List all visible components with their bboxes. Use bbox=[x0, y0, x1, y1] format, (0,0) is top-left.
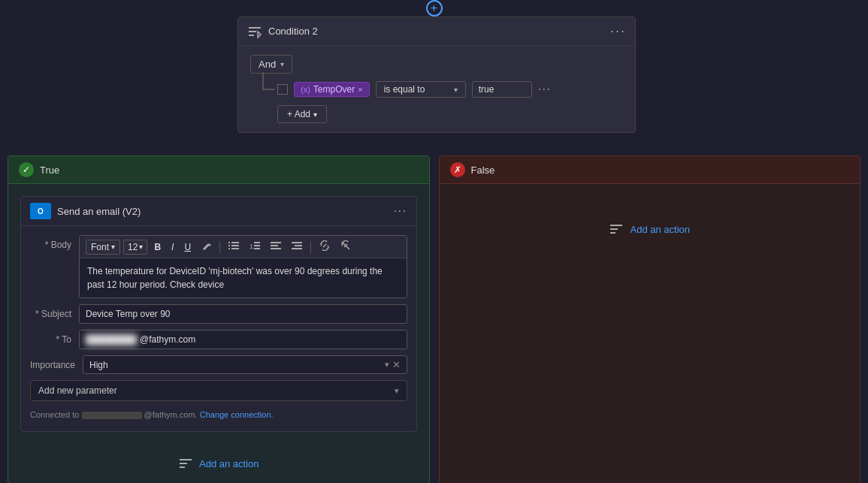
true-badge: ✓ bbox=[19, 162, 34, 177]
false-add-action-icon bbox=[609, 222, 624, 237]
paint-button[interactable] bbox=[198, 240, 215, 255]
svg-rect-14 bbox=[254, 248, 260, 249]
and-dropdown[interactable]: And ▾ bbox=[250, 55, 292, 74]
ordered-list-button[interactable]: 1. bbox=[246, 240, 264, 254]
svg-rect-0 bbox=[249, 27, 261, 29]
condition-icon bbox=[247, 24, 262, 39]
false-add-action-button[interactable]: Add an action bbox=[609, 222, 690, 237]
and-chevron-icon: ▾ bbox=[280, 60, 284, 68]
to-blurred: ████████ bbox=[86, 334, 137, 345]
condition-operator-dropdown[interactable]: is equal to ▾ bbox=[376, 81, 466, 98]
email-card-body: * Body Font ▾ 12 ▾ B I bbox=[21, 226, 416, 431]
false-branch: ✗ False Add an action bbox=[439, 155, 861, 483]
email-more-button[interactable]: ··· bbox=[394, 204, 407, 218]
bold-button[interactable]: B bbox=[150, 240, 165, 254]
condition-row-more-button[interactable]: ··· bbox=[538, 83, 552, 96]
svg-rect-6 bbox=[231, 242, 239, 243]
svg-rect-9 bbox=[228, 248, 230, 249]
svg-marker-3 bbox=[258, 32, 261, 38]
body-content[interactable]: The temperature for DeviceID 'mj-biotech… bbox=[80, 258, 407, 297]
importance-label: Importance bbox=[30, 355, 75, 370]
true-add-action-label: Add an action bbox=[199, 458, 259, 469]
condition-row: (x) TempOver × is equal to ▾ true ··· bbox=[262, 81, 623, 98]
to-email-domain: @fathym.com bbox=[140, 334, 195, 345]
toolbar-separator-2 bbox=[310, 241, 311, 253]
importance-value: High bbox=[89, 360, 384, 370]
svg-rect-8 bbox=[231, 245, 239, 246]
rich-toolbar: Font ▾ 12 ▾ B I U bbox=[80, 236, 407, 258]
size-chevron-icon: ▾ bbox=[139, 243, 143, 251]
importance-chevron-icon[interactable]: ▾ bbox=[385, 360, 389, 370]
false-add-action-label: Add an action bbox=[630, 224, 690, 235]
svg-rect-5 bbox=[228, 242, 230, 243]
svg-rect-26 bbox=[610, 228, 618, 230]
email-header-left: O Send an email (V2) bbox=[30, 203, 141, 219]
align-left-button[interactable] bbox=[267, 240, 285, 254]
add-parameter-button[interactable]: Add new parameter ▾ bbox=[30, 380, 407, 401]
subject-input[interactable] bbox=[79, 304, 407, 324]
add-param-chevron-icon: ▾ bbox=[395, 386, 399, 396]
svg-rect-2 bbox=[249, 35, 254, 36]
add-chevron-icon: ▾ bbox=[313, 110, 317, 119]
condition-body: And ▾ (x) TempOver × is equal to ▾ true bbox=[238, 46, 635, 132]
align-right-button[interactable] bbox=[288, 240, 306, 254]
subject-field-row: * Subject bbox=[30, 304, 407, 324]
svg-rect-24 bbox=[180, 466, 185, 468]
svg-rect-15 bbox=[271, 242, 281, 243]
false-branch-header: ✗ False bbox=[440, 156, 860, 184]
unlink-button[interactable] bbox=[337, 239, 355, 255]
svg-rect-16 bbox=[271, 245, 278, 246]
svg-rect-18 bbox=[292, 242, 302, 243]
add-condition-button[interactable]: + Add ▾ bbox=[277, 105, 327, 123]
email-card-header: O Send an email (V2) ··· bbox=[21, 197, 416, 226]
link-button[interactable] bbox=[316, 239, 334, 255]
svg-rect-12 bbox=[254, 242, 260, 243]
svg-rect-27 bbox=[610, 232, 615, 234]
token-remove-button[interactable]: × bbox=[358, 85, 362, 94]
email-card: O Send an email (V2) ··· * Body Font ▾ bbox=[20, 196, 417, 432]
svg-rect-10 bbox=[231, 248, 239, 249]
underline-button[interactable]: U bbox=[180, 240, 195, 254]
to-input[interactable]: ████████ @fathym.com bbox=[79, 330, 407, 349]
condition-header-left: Condition 2 bbox=[247, 24, 318, 39]
condition-value[interactable]: true bbox=[472, 81, 532, 98]
true-add-action-button[interactable]: Add an action bbox=[178, 456, 259, 471]
unordered-list-button[interactable] bbox=[225, 240, 243, 254]
importance-clear-button[interactable]: ✕ bbox=[392, 359, 401, 370]
change-connection-link[interactable]: Change connection. bbox=[200, 410, 274, 419]
true-branch: ✓ True O Send an email (V2) ··· * Body bbox=[8, 155, 430, 483]
to-field-row: * To ████████ @fathym.com bbox=[30, 330, 407, 349]
svg-rect-19 bbox=[295, 245, 302, 246]
subject-label: * Subject bbox=[30, 304, 71, 319]
svg-rect-17 bbox=[271, 248, 281, 249]
italic-button[interactable]: I bbox=[168, 240, 177, 254]
add-action-icon bbox=[178, 456, 193, 471]
operator-chevron-icon: ▾ bbox=[454, 86, 458, 94]
font-chevron-icon: ▾ bbox=[111, 243, 115, 251]
condition-card: Condition 2 ··· And ▾ (x) TempOver × is … bbox=[237, 17, 636, 133]
body-field-row: * Body Font ▾ 12 ▾ B I bbox=[30, 235, 407, 298]
branches-container: ✓ True O Send an email (V2) ··· * Body bbox=[8, 155, 860, 483]
condition-token[interactable]: (x) TempOver × bbox=[294, 82, 370, 97]
svg-rect-13 bbox=[254, 245, 260, 246]
svg-rect-23 bbox=[180, 463, 187, 464]
importance-select[interactable]: High ▾ ✕ bbox=[83, 355, 407, 374]
body-rich-text[interactable]: Font ▾ 12 ▾ B I U bbox=[79, 235, 407, 298]
true-branch-label: True bbox=[40, 165, 59, 176]
condition-header: Condition 2 ··· bbox=[238, 17, 635, 46]
to-label: * To bbox=[30, 330, 71, 345]
condition-more-button[interactable]: ··· bbox=[610, 23, 626, 39]
false-add-action-container: Add an action bbox=[440, 184, 860, 274]
true-branch-header: ✓ True bbox=[8, 156, 429, 184]
connected-row: Connected to @fathym.com. Change connect… bbox=[30, 407, 407, 422]
svg-rect-25 bbox=[610, 225, 622, 226]
add-step-button[interactable]: + bbox=[426, 0, 443, 17]
body-label: * Body bbox=[30, 235, 71, 250]
font-size-selector[interactable]: 12 ▾ bbox=[123, 240, 147, 255]
true-branch-add-action: Add an action bbox=[8, 444, 429, 483]
condition-checkbox[interactable] bbox=[277, 84, 288, 95]
font-selector[interactable]: Font ▾ bbox=[86, 240, 120, 255]
toolbar-separator-1 bbox=[219, 241, 220, 253]
svg-point-4 bbox=[209, 243, 211, 246]
email-service-icon: O bbox=[30, 203, 51, 219]
